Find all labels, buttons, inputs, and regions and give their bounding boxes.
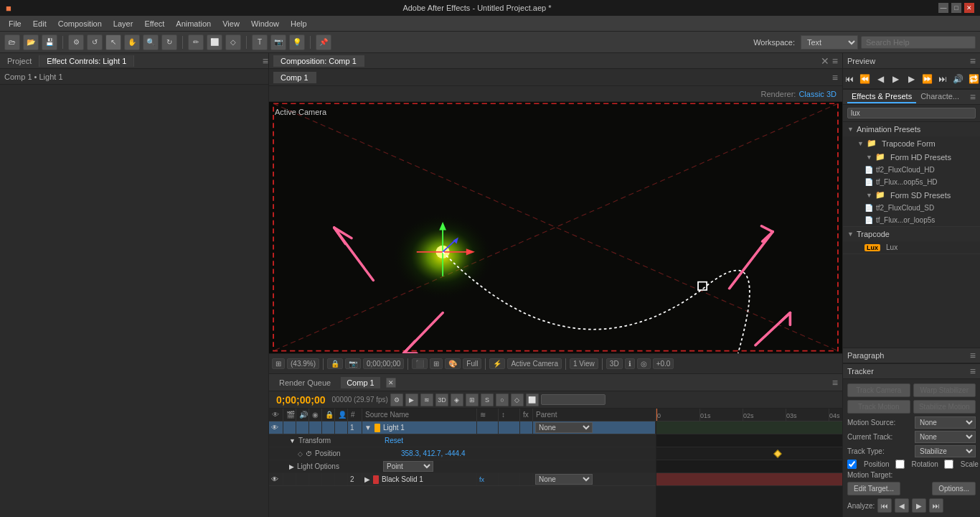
menu-view[interactable]: View: [217, 18, 245, 29]
track-camera-btn[interactable]: Track Camera: [847, 383, 910, 397]
tab-character[interactable]: Characte...: [916, 90, 963, 103]
viewer-view-layout[interactable]: 1 View: [570, 358, 598, 369]
viewer-always-preview[interactable]: 🔒: [327, 358, 343, 369]
eye-toggle-light1[interactable]: 👁: [269, 421, 283, 434]
layer-name-light1[interactable]: ▼ Light 1: [362, 421, 477, 434]
workspace-dropdown[interactable]: Text: [801, 35, 858, 50]
prev-loop-btn[interactable]: 🔁: [967, 72, 980, 86]
analyze-fwd-fwd-btn[interactable]: ⏭: [929, 498, 943, 513]
layer-row-light1[interactable]: 👁 1 ▼ Light 1: [269, 421, 656, 434]
comp-panel-menu[interactable]: ≡: [832, 55, 838, 67]
motion-blur-btn[interactable]: ≋: [420, 393, 433, 406]
search-help-input[interactable]: [861, 36, 976, 49]
prev-audio-btn[interactable]: 🔊: [952, 72, 965, 86]
analyze-fwd-btn[interactable]: ▶: [912, 498, 926, 513]
comp-tab-small[interactable]: Comp 1: [273, 72, 316, 83]
new-comp-btn[interactable]: 🗁: [4, 34, 20, 50]
video-toggle-solid1[interactable]: [283, 473, 296, 485]
preferences-btn[interactable]: ⚙: [68, 34, 84, 50]
layer-row-blacksolid1[interactable]: 👁 2 ▶ Black Solid 1: [269, 473, 656, 486]
viewer-quality[interactable]: Full: [463, 358, 481, 369]
timeline-options[interactable]: ≡: [832, 377, 838, 388]
content-btn[interactable]: ⬜: [526, 393, 539, 406]
comp-tab-comp1[interactable]: Composition: Comp 1: [273, 55, 364, 67]
playhead[interactable]: [656, 409, 657, 421]
shape-layer-btn[interactable]: ◇: [511, 393, 524, 406]
maximize-button[interactable]: □: [951, 3, 961, 13]
viewer-options[interactable]: ≡: [832, 72, 838, 83]
position-checkbox[interactable]: [847, 460, 857, 469]
comp-settings-btn[interactable]: ⚙: [390, 393, 403, 406]
item-tf2fluxcloud-hd[interactable]: 📄 tf2_FluxCloud_HD: [843, 164, 980, 176]
effects-panel-menu[interactable]: ≡: [970, 91, 976, 103]
prev-fwd-btn[interactable]: ⏩: [920, 72, 933, 86]
trapcode-header[interactable]: ▼ Trapcode: [843, 227, 980, 241]
prop-position-value[interactable]: 358.3, 412.7, -444.4: [401, 450, 466, 457]
guide-layer-btn[interactable]: ◈: [451, 393, 463, 406]
effects-search-input[interactable]: [847, 108, 976, 118]
shy-toggle-solid1[interactable]: [335, 473, 348, 485]
tool-shape[interactable]: ◇: [225, 34, 241, 50]
menu-window[interactable]: Window: [245, 18, 285, 29]
close-button[interactable]: ✕: [964, 3, 974, 13]
viewer-3d[interactable]: 3D: [606, 358, 623, 369]
tool-camera[interactable]: 📷: [270, 34, 286, 50]
left-panel-options[interactable]: ≡: [263, 55, 268, 67]
expand-transform[interactable]: ▼: [289, 437, 296, 444]
viewer-expand[interactable]: ⊞: [272, 358, 285, 369]
viewer-exposure[interactable]: +0.0: [653, 358, 674, 369]
adjustment-btn[interactable]: ⊞: [466, 393, 479, 406]
options-btn[interactable]: Options...: [932, 482, 976, 495]
prev-step-fwd-btn[interactable]: ▶: [905, 72, 918, 86]
tool-light[interactable]: 💡: [289, 34, 305, 50]
prev-back-btn[interactable]: ⏪: [859, 72, 872, 86]
viewer-color[interactable]: 🎨: [445, 358, 461, 369]
menu-composition[interactable]: Composition: [52, 18, 108, 29]
menu-animation[interactable]: Animation: [170, 18, 217, 29]
viewer-grid[interactable]: ⊞: [430, 358, 443, 369]
lock-toggle-solid1[interactable]: [322, 473, 335, 485]
shy-toggle-light1[interactable]: [335, 421, 348, 434]
viewer-zoom[interactable]: (43.9%): [287, 358, 319, 369]
preview-mode-btn[interactable]: ▶: [405, 393, 418, 406]
item-tf2fluxcloud-sd[interactable]: 📄 tf2_FluxCloud_SD: [843, 202, 980, 214]
null-btn[interactable]: ○: [496, 393, 509, 406]
save-btn[interactable]: 💾: [42, 34, 57, 50]
menu-effect[interactable]: Effect: [138, 18, 170, 29]
prev-first-btn[interactable]: ⏮: [843, 72, 856, 86]
tab-effects-presets[interactable]: Effects & Presets: [847, 90, 916, 103]
expand-lightopts[interactable]: ▶: [289, 463, 294, 470]
solo-toggle-solid1[interactable]: [309, 473, 322, 485]
tool-select[interactable]: ↖: [105, 34, 121, 50]
window-controls[interactable]: — □ ✕: [938, 3, 974, 13]
preview-panel-menu[interactable]: ≡: [970, 55, 976, 67]
edit-target-btn[interactable]: Edit Target...: [847, 482, 900, 495]
tool-rotate[interactable]: ↻: [161, 34, 177, 50]
tracker-options[interactable]: ≡: [970, 365, 976, 377]
prev-last-btn[interactable]: ⏭: [936, 72, 949, 86]
viewer-snapshot[interactable]: 📷: [345, 358, 361, 369]
parent-select-light1[interactable]: None: [535, 422, 593, 433]
solo-toggle-light1[interactable]: [309, 421, 322, 434]
track-type-select[interactable]: Stabilize: [915, 445, 976, 457]
minimize-button[interactable]: —: [938, 3, 948, 13]
tab-render-queue[interactable]: Render Queue: [273, 377, 336, 388]
folder-form-sd[interactable]: ▼ 📁 Form SD Presets: [843, 188, 980, 202]
position-stopwatch[interactable]: ⏱: [306, 450, 312, 457]
keyframe-pos-1[interactable]: [773, 450, 781, 457]
tool-hand[interactable]: ✋: [124, 34, 140, 50]
warp-stabilizer-btn[interactable]: Warp Stabilizer: [913, 383, 976, 397]
eye-toggle-solid1[interactable]: 👁: [269, 473, 283, 485]
prev-step-back-btn[interactable]: ◀: [874, 72, 887, 86]
expand-light1[interactable]: ▼: [364, 424, 372, 432]
light-type-select[interactable]: Point: [383, 461, 433, 472]
item-tf-flux-loop5s[interactable]: 📄 tf_Flux...or_loop5s: [843, 214, 980, 226]
solo-btn[interactable]: S: [481, 393, 494, 406]
menu-help[interactable]: Help: [285, 18, 313, 29]
open-btn[interactable]: 📂: [23, 34, 39, 50]
analyze-back-btn[interactable]: ◀: [895, 498, 909, 513]
item-tf-flux-oop5s-hd[interactable]: 📄 tf_Flux...oop5s_HD: [843, 176, 980, 188]
motion-source-select[interactable]: None: [915, 416, 976, 429]
animation-presets-header[interactable]: ▼ Animation Presets: [843, 122, 980, 136]
viewer-reset-exposure[interactable]: ◎: [637, 358, 651, 369]
